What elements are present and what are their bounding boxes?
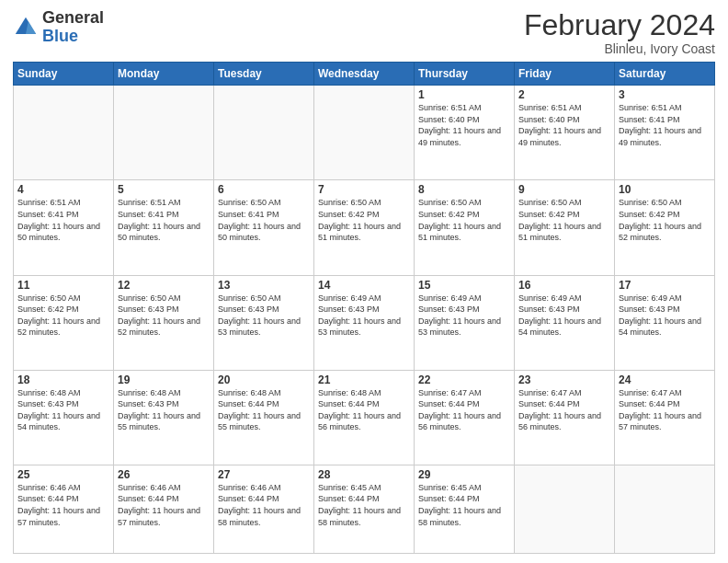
day-number: 7 xyxy=(318,183,410,196)
weekday-header-tuesday: Tuesday xyxy=(214,63,314,86)
day-number: 27 xyxy=(218,468,310,481)
calendar-cell: 2Sunrise: 6:51 AM Sunset: 6:40 PM Daylig… xyxy=(515,86,615,180)
weekday-header-friday: Friday xyxy=(515,63,615,86)
day-number: 2 xyxy=(518,88,610,101)
day-info: Sunrise: 6:48 AM Sunset: 6:44 PM Dayligh… xyxy=(318,387,410,433)
day-info: Sunrise: 6:47 AM Sunset: 6:44 PM Dayligh… xyxy=(619,387,711,433)
day-info: Sunrise: 6:51 AM Sunset: 6:41 PM Dayligh… xyxy=(17,197,109,243)
day-info: Sunrise: 6:50 AM Sunset: 6:42 PM Dayligh… xyxy=(17,293,109,339)
calendar-cell: 15Sunrise: 6:49 AM Sunset: 6:43 PM Dayli… xyxy=(415,275,515,370)
calendar-cell xyxy=(314,86,415,180)
day-number: 9 xyxy=(518,183,610,196)
day-info: Sunrise: 6:48 AM Sunset: 6:43 PM Dayligh… xyxy=(17,387,109,433)
day-info: Sunrise: 6:50 AM Sunset: 6:42 PM Dayligh… xyxy=(518,197,610,243)
weekday-header-sunday: Sunday xyxy=(14,63,114,86)
day-info: Sunrise: 6:50 AM Sunset: 6:42 PM Dayligh… xyxy=(418,197,510,243)
logo-general: General xyxy=(42,9,104,28)
day-info: Sunrise: 6:50 AM Sunset: 6:42 PM Dayligh… xyxy=(619,197,711,243)
calendar-cell: 14Sunrise: 6:49 AM Sunset: 6:43 PM Dayli… xyxy=(314,275,415,370)
day-number: 23 xyxy=(518,373,610,386)
day-number: 25 xyxy=(17,468,109,481)
calendar-cell: 12Sunrise: 6:50 AM Sunset: 6:43 PM Dayli… xyxy=(114,275,214,370)
day-info: Sunrise: 6:51 AM Sunset: 6:41 PM Dayligh… xyxy=(619,102,711,148)
logo-icon xyxy=(13,15,39,40)
calendar-cell: 3Sunrise: 6:51 AM Sunset: 6:41 PM Daylig… xyxy=(615,86,715,180)
day-number: 24 xyxy=(619,373,711,386)
calendar-cell: 7Sunrise: 6:50 AM Sunset: 6:42 PM Daylig… xyxy=(314,180,415,275)
day-number: 10 xyxy=(619,183,711,196)
calendar-cell: 1Sunrise: 6:51 AM Sunset: 6:40 PM Daylig… xyxy=(415,86,515,180)
day-number: 13 xyxy=(218,279,310,292)
weekday-header-row: SundayMondayTuesdayWednesdayThursdayFrid… xyxy=(14,63,715,86)
calendar-cell xyxy=(515,465,615,553)
weekday-header-thursday: Thursday xyxy=(415,63,515,86)
calendar-cell: 10Sunrise: 6:50 AM Sunset: 6:42 PM Dayli… xyxy=(615,180,715,275)
day-number: 15 xyxy=(418,279,510,292)
page: General Blue February 2024 Blinleu, Ivor… xyxy=(0,0,728,563)
day-number: 16 xyxy=(518,279,610,292)
calendar-cell: 24Sunrise: 6:47 AM Sunset: 6:44 PM Dayli… xyxy=(615,370,715,465)
calendar-cell xyxy=(114,86,214,180)
calendar: SundayMondayTuesdayWednesdayThursdayFrid… xyxy=(13,62,715,554)
day-info: Sunrise: 6:48 AM Sunset: 6:44 PM Dayligh… xyxy=(218,387,310,433)
day-info: Sunrise: 6:47 AM Sunset: 6:44 PM Dayligh… xyxy=(418,387,510,433)
day-number: 3 xyxy=(619,88,711,101)
weekday-header-monday: Monday xyxy=(114,63,214,86)
day-number: 14 xyxy=(318,279,410,292)
calendar-cell: 18Sunrise: 6:48 AM Sunset: 6:43 PM Dayli… xyxy=(14,370,114,465)
calendar-cell: 5Sunrise: 6:51 AM Sunset: 6:41 PM Daylig… xyxy=(114,180,214,275)
calendar-cell: 22Sunrise: 6:47 AM Sunset: 6:44 PM Dayli… xyxy=(415,370,515,465)
calendar-cell: 19Sunrise: 6:48 AM Sunset: 6:43 PM Dayli… xyxy=(114,370,214,465)
day-number: 28 xyxy=(318,468,410,481)
day-number: 1 xyxy=(418,88,510,101)
day-info: Sunrise: 6:47 AM Sunset: 6:44 PM Dayligh… xyxy=(518,387,610,433)
calendar-cell: 25Sunrise: 6:46 AM Sunset: 6:44 PM Dayli… xyxy=(14,465,114,553)
day-info: Sunrise: 6:50 AM Sunset: 6:41 PM Dayligh… xyxy=(218,197,310,243)
day-info: Sunrise: 6:51 AM Sunset: 6:40 PM Dayligh… xyxy=(418,102,510,148)
calendar-cell: 6Sunrise: 6:50 AM Sunset: 6:41 PM Daylig… xyxy=(214,180,314,275)
day-number: 21 xyxy=(318,373,410,386)
calendar-cell: 26Sunrise: 6:46 AM Sunset: 6:44 PM Dayli… xyxy=(114,465,214,553)
calendar-cell: 8Sunrise: 6:50 AM Sunset: 6:42 PM Daylig… xyxy=(415,180,515,275)
week-row-2: 11Sunrise: 6:50 AM Sunset: 6:42 PM Dayli… xyxy=(14,275,715,370)
title-block: February 2024 Blinleu, Ivory Coast xyxy=(524,9,715,56)
day-info: Sunrise: 6:49 AM Sunset: 6:43 PM Dayligh… xyxy=(318,293,410,339)
weekday-header-saturday: Saturday xyxy=(615,63,715,86)
day-number: 4 xyxy=(17,183,109,196)
calendar-cell: 27Sunrise: 6:46 AM Sunset: 6:44 PM Dayli… xyxy=(214,465,314,553)
day-info: Sunrise: 6:46 AM Sunset: 6:44 PM Dayligh… xyxy=(218,482,310,528)
weekday-header-wednesday: Wednesday xyxy=(314,63,415,86)
calendar-cell: 29Sunrise: 6:45 AM Sunset: 6:44 PM Dayli… xyxy=(415,465,515,553)
day-number: 18 xyxy=(17,373,109,386)
day-info: Sunrise: 6:45 AM Sunset: 6:44 PM Dayligh… xyxy=(418,482,510,528)
location: Blinleu, Ivory Coast xyxy=(524,41,715,56)
calendar-cell xyxy=(14,86,114,180)
day-info: Sunrise: 6:49 AM Sunset: 6:43 PM Dayligh… xyxy=(518,293,610,339)
calendar-cell: 20Sunrise: 6:48 AM Sunset: 6:44 PM Dayli… xyxy=(214,370,314,465)
calendar-cell: 23Sunrise: 6:47 AM Sunset: 6:44 PM Dayli… xyxy=(515,370,615,465)
day-number: 6 xyxy=(218,183,310,196)
calendar-cell: 9Sunrise: 6:50 AM Sunset: 6:42 PM Daylig… xyxy=(515,180,615,275)
logo-text: General Blue xyxy=(42,9,104,46)
day-number: 12 xyxy=(118,279,210,292)
calendar-cell: 13Sunrise: 6:50 AM Sunset: 6:43 PM Dayli… xyxy=(214,275,314,370)
logo-blue: Blue xyxy=(42,28,104,46)
day-info: Sunrise: 6:48 AM Sunset: 6:43 PM Dayligh… xyxy=(118,387,210,433)
day-number: 29 xyxy=(418,468,510,481)
day-info: Sunrise: 6:50 AM Sunset: 6:42 PM Dayligh… xyxy=(318,197,410,243)
day-number: 20 xyxy=(218,373,310,386)
calendar-cell: 4Sunrise: 6:51 AM Sunset: 6:41 PM Daylig… xyxy=(14,180,114,275)
day-info: Sunrise: 6:51 AM Sunset: 6:40 PM Dayligh… xyxy=(518,102,610,148)
day-info: Sunrise: 6:49 AM Sunset: 6:43 PM Dayligh… xyxy=(418,293,510,339)
day-info: Sunrise: 6:49 AM Sunset: 6:43 PM Dayligh… xyxy=(619,293,711,339)
day-number: 8 xyxy=(418,183,510,196)
calendar-cell xyxy=(615,465,715,553)
week-row-0: 1Sunrise: 6:51 AM Sunset: 6:40 PM Daylig… xyxy=(14,86,715,180)
day-info: Sunrise: 6:50 AM Sunset: 6:43 PM Dayligh… xyxy=(118,293,210,339)
header: General Blue February 2024 Blinleu, Ivor… xyxy=(13,9,715,56)
calendar-cell: 11Sunrise: 6:50 AM Sunset: 6:42 PM Dayli… xyxy=(14,275,114,370)
day-number: 19 xyxy=(118,373,210,386)
day-info: Sunrise: 6:50 AM Sunset: 6:43 PM Dayligh… xyxy=(218,293,310,339)
day-number: 22 xyxy=(418,373,510,386)
week-row-4: 25Sunrise: 6:46 AM Sunset: 6:44 PM Dayli… xyxy=(14,465,715,553)
